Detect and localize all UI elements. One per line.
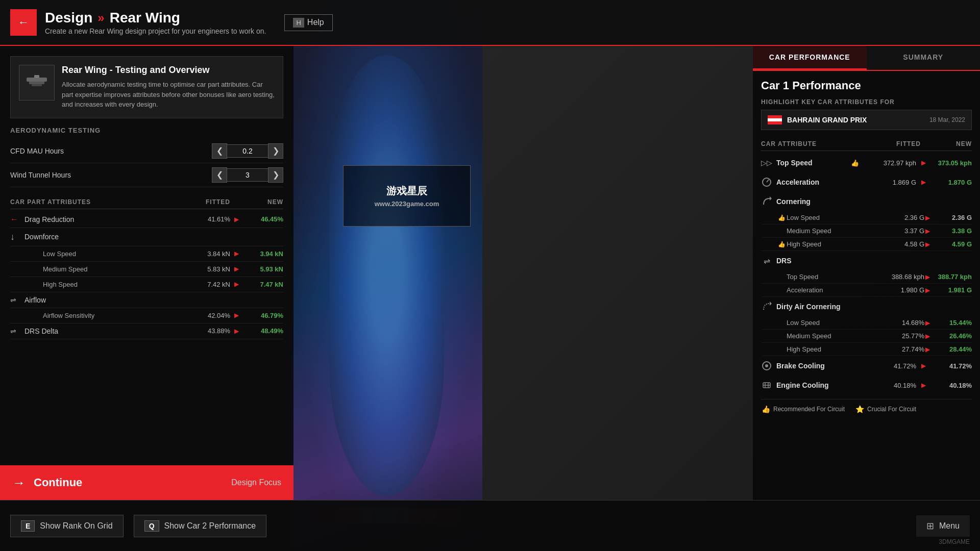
- attr-downforce-row: ↓ Downforce: [10, 228, 283, 246]
- cornering-med-arrow: ▶: [925, 228, 930, 235]
- cornering-med-name: Medium Speed: [787, 227, 873, 235]
- drs-topspeed-new: 388.77 kph: [931, 273, 972, 281]
- dirty-low-name: Low Speed: [787, 319, 873, 327]
- airflow-sens-fitted: 42.04%: [189, 312, 230, 319]
- cfd-decrease-btn[interactable]: ❮: [212, 143, 227, 159]
- attr-drag-row: ← Drag Reduction 41.61% ▶ 46.45%: [10, 211, 283, 228]
- perf-cornering: Cornering: [761, 192, 972, 211]
- low-speed-name: Low Speed: [24, 250, 189, 258]
- top-speed-arrow: ▶: [921, 159, 926, 166]
- testing-card-title: Rear Wing - Testing and Overview: [62, 65, 275, 76]
- brake-icon-svg: [762, 361, 772, 371]
- left-panel: Rear Wing - Testing and Overview Allocat…: [0, 46, 293, 500]
- drs-accel-name: Acceleration: [787, 286, 873, 294]
- cfd-increase-btn[interactable]: ❯: [268, 143, 283, 159]
- cfd-left-icon: ❮: [216, 146, 223, 156]
- circuit-row: BAHRAIN GRAND PRIX 18 Mar, 2022: [761, 110, 972, 130]
- med-speed-name: Medium Speed: [24, 265, 189, 273]
- menu-button[interactable]: ⊞ Menu: [916, 515, 970, 537]
- med-speed-new: 5.93 kN: [242, 265, 283, 273]
- engine-icon-svg: [762, 380, 772, 390]
- cornering-med-fitted: 3.37 G: [873, 227, 924, 235]
- wind-increase-btn[interactable]: ❯: [268, 167, 283, 183]
- wind-decrease-btn[interactable]: ❮: [212, 167, 227, 183]
- car2-key: Q: [144, 520, 159, 532]
- tab-car-performance[interactable]: CAR PERFORMANCE: [753, 46, 867, 70]
- help-label: Help: [307, 18, 324, 27]
- drs-topspeed-fitted: 388.68 kph: [873, 273, 924, 281]
- attr-header: CAR PART ATTRIBUTES FITTED NEW: [10, 195, 283, 209]
- accel-new: 1.870 G: [931, 179, 972, 186]
- accel-name: Acceleration: [776, 178, 861, 186]
- dirty-med-arrow: ▶: [925, 333, 930, 340]
- continue-label: Continue: [34, 476, 82, 489]
- brake-fitted: 41.72%: [865, 362, 916, 370]
- drag-name: Drag Reduction: [24, 215, 189, 223]
- high-speed-fitted: 7.42 kN: [189, 281, 230, 288]
- wind-label: Wind Tunnel Hours: [10, 171, 71, 179]
- drs-delta-arrow: ▶: [230, 328, 242, 335]
- svg-rect-3: [34, 75, 39, 78]
- svg-rect-1: [29, 82, 44, 84]
- wind-left-icon: ❮: [216, 170, 223, 180]
- drag-arrow: ▶: [230, 216, 242, 223]
- drs-accel-new: 1.981 G: [931, 286, 972, 294]
- dirty-high-fitted: 27.74%: [873, 345, 924, 353]
- airflow-sens-arrow: ▶: [230, 312, 242, 319]
- breadcrumb: Design » Rear Wing: [45, 10, 266, 26]
- cornering-icon: [761, 196, 772, 207]
- cfd-spinner-row: CFD MAU Hours ❮ 0.2 ❯: [10, 139, 283, 163]
- circuit-date: 18 Mar, 2022: [929, 116, 965, 123]
- drag-fitted: 41.61%: [189, 215, 230, 223]
- perf-dirty-high: High Speed 27.74% ▶ 28.44%: [761, 343, 972, 356]
- car-part-attributes-section: CAR PART ATTRIBUTES FITTED NEW ← Drag Re…: [10, 195, 283, 339]
- crucial-legend-item: ⭐ Crucial For Circuit: [855, 405, 916, 414]
- crucial-icon: ⭐: [855, 405, 864, 414]
- cornering-name: Cornering: [776, 197, 866, 206]
- svg-marker-7: [770, 302, 772, 306]
- perf-cornering-med: Medium Speed 3.37 G ▶ 3.38 G: [761, 224, 972, 238]
- tab-performance-label: CAR PERFORMANCE: [769, 53, 850, 61]
- show-rank-btn[interactable]: E Show Rank On Grid: [10, 515, 124, 537]
- continue-arrow: →: [12, 475, 26, 491]
- perf-dirty-low: Low Speed 14.68% ▶ 15.44%: [761, 316, 972, 330]
- menu-grid-icon: ⊞: [926, 520, 934, 532]
- perf-fitted-col-header: FITTED: [870, 140, 921, 147]
- breadcrumb-start: Design: [45, 10, 92, 26]
- cornering-high-fitted: 4.58 G: [873, 240, 924, 248]
- continue-button[interactable]: → Continue Design Focus: [0, 465, 293, 500]
- accel-fitted: 1.869 G: [865, 179, 916, 186]
- wing-icon-svg: [24, 70, 50, 95]
- attr-med-speed-row: Medium Speed 5.83 kN ▶ 5.93 kN: [10, 262, 283, 277]
- aero-testing-title: AERODYNAMIC TESTING: [10, 127, 283, 134]
- drag-icon: ←: [10, 215, 24, 224]
- cfd-value: 0.2: [227, 144, 268, 158]
- breadcrumb-end: Rear Wing: [110, 10, 180, 26]
- perf-top-speed: ▷▷ Top Speed 👍 372.97 kph ▶ 373.05 kph: [761, 153, 972, 172]
- perf-new-col-header: NEW: [921, 140, 972, 147]
- continue-btn-left: → Continue: [12, 475, 82, 491]
- engine-name: Engine Cooling: [776, 381, 861, 389]
- watermark-url: www.2023game.com: [375, 200, 439, 208]
- attr-name-col-header: CAR PART ATTRIBUTES: [10, 198, 189, 206]
- cornering-low-new: 2.36 G: [931, 214, 972, 221]
- dirty-air-icon-svg: [762, 302, 772, 312]
- back-button[interactable]: ←: [10, 9, 37, 36]
- watermark: 游戏星辰 www.2023game.com: [343, 165, 471, 227]
- dirty-med-name: Medium Speed: [787, 332, 873, 340]
- downforce-name: Downforce: [24, 233, 189, 241]
- wind-spinner-row: Wind Tunnel Hours ❮ 3 ❯: [10, 163, 283, 187]
- perf-drs-topspeed: Top Speed 388.68 kph ▶ 388.77 kph: [761, 270, 972, 284]
- cornering-med-new: 3.38 G: [931, 227, 972, 235]
- tab-summary[interactable]: SUMMARY: [867, 46, 981, 70]
- top-speed-fitted: 372.97 kph: [865, 159, 916, 167]
- circuit-name: BAHRAIN GRAND PRIX: [787, 116, 929, 124]
- help-button[interactable]: H Help: [284, 14, 332, 31]
- engine-icon: [761, 380, 772, 391]
- top-speed-name: Top Speed: [776, 159, 847, 167]
- highlight-label: HIGHLIGHT KEY CAR ATTRIBUTES FOR: [761, 98, 972, 106]
- low-speed-arrow: ▶: [230, 250, 242, 257]
- engine-new: 40.18%: [931, 382, 972, 389]
- show-car2-perf-btn[interactable]: Q Show Car 2 Performance: [134, 515, 267, 537]
- rec-legend-item: 👍 Recommended For Circuit: [761, 405, 845, 414]
